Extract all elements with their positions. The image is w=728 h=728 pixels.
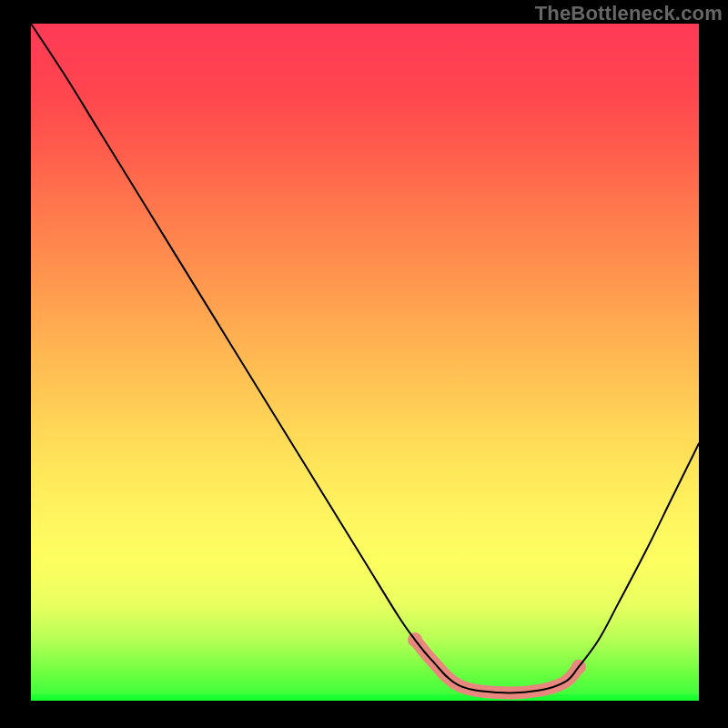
watermark-text: TheBottleneck.com — [535, 2, 723, 25]
pink-band-path — [415, 640, 579, 693]
chart-frame: TheBottleneck.com — [0, 0, 728, 728]
main-curve-path — [31, 24, 699, 693]
curve-layer — [31, 24, 699, 701]
plot-area — [31, 24, 699, 701]
